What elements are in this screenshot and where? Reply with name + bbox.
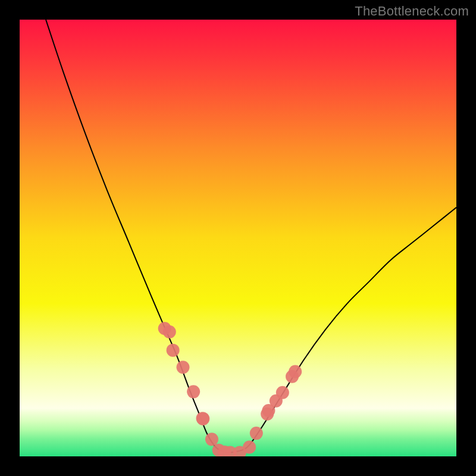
marker-markers-left xyxy=(167,344,180,357)
marker-markers-left xyxy=(177,361,190,374)
marker-markers-left xyxy=(163,325,176,339)
marker-markers-right xyxy=(243,441,256,454)
watermark-text: TheBottleneck.com xyxy=(355,4,469,19)
marker-markers-left xyxy=(196,412,209,425)
marker-markers-right xyxy=(276,386,289,399)
marker-markers-left xyxy=(187,385,200,398)
marker-markers-right xyxy=(250,427,263,440)
plot-area xyxy=(20,20,456,456)
curve-bottleneck-curve xyxy=(46,20,456,453)
outer-frame: TheBottleneck.com xyxy=(0,0,476,476)
marker-markers-right xyxy=(289,365,302,378)
chart-svg xyxy=(20,20,456,456)
marker-markers-left xyxy=(205,433,218,446)
